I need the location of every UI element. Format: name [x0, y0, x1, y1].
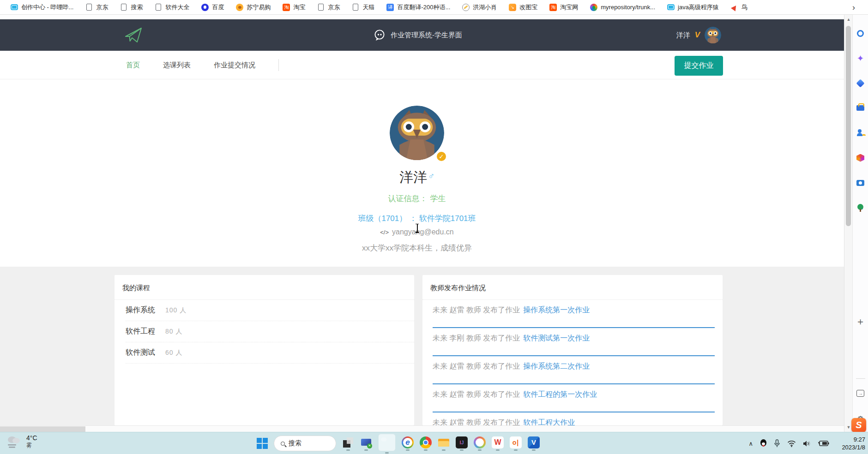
qq-icon[interactable] — [760, 439, 767, 448]
homework-row: 未来 赵雷 教师 发布了作业软件工程大作业 — [433, 412, 715, 425]
bookmark-myrepository[interactable]: myrepository/trunk... — [584, 1, 661, 14]
weather-widget[interactable]: 4°C 雾 — [6, 434, 37, 449]
bookmark-baidu[interactable]: 百度 — [195, 1, 230, 14]
taskbar-app-ie[interactable] — [402, 436, 414, 451]
bookmark-bird[interactable]: 鸟 — [725, 1, 753, 14]
bookmark-taobao[interactable]: 淘宝 — [277, 1, 311, 14]
sidebar-games-icon[interactable] — [856, 128, 865, 137]
scroll-up-icon[interactable]: ▲ — [844, 17, 853, 22]
course-row[interactable]: 软件测试 60 人 — [126, 342, 414, 364]
vertical-scrollbar-thumb[interactable] — [846, 26, 851, 226]
running-indicator — [385, 452, 389, 454]
bookmark-baidu-translate[interactable]: 百度翻译-200种语... — [380, 1, 456, 14]
search-icon — [281, 442, 285, 446]
class-line-link[interactable]: 班级（1701） ： 软件学院1701班 — [358, 213, 476, 224]
sidebar-capture-icon[interactable] — [856, 178, 865, 187]
horizontal-scrollbar-thumb[interactable] — [0, 426, 85, 432]
cert-value-link[interactable]: 学生 — [430, 194, 446, 203]
taobao-icon — [283, 4, 290, 11]
tab-course-list[interactable]: 选课列表 — [163, 61, 191, 70]
bookmark-gaitubao[interactable]: 改图宝 — [503, 1, 543, 14]
taskbar-app-terminal[interactable] — [342, 436, 354, 451]
horizontal-scrollbar[interactable] — [0, 425, 844, 432]
sidebar-add-icon[interactable]: ＋ — [856, 317, 865, 326]
header-username: 洋洋 — [676, 31, 690, 40]
taskbar-app-remote-pc[interactable] — [360, 436, 372, 451]
bookmarks-overflow-chevron-icon[interactable]: › — [852, 3, 855, 12]
course-row[interactable]: 操作系统 100 人 — [126, 300, 414, 321]
taskbar-app-visio[interactable] — [528, 436, 540, 451]
navicat-icon — [474, 436, 486, 448]
bookmark-software[interactable]: 软件大全 — [149, 1, 195, 14]
course-name: 软件测试 — [126, 348, 155, 358]
search-label: 搜索 — [289, 439, 301, 448]
speaker-icon[interactable] — [803, 440, 811, 447]
taskbar-app-explorer[interactable] — [438, 436, 450, 451]
taskbar-search[interactable]: 搜索 — [274, 436, 336, 451]
wifi-icon[interactable] — [787, 440, 796, 447]
running-indicator — [442, 449, 446, 451]
homework-link[interactable]: 软件工程大作业 — [523, 418, 575, 425]
taskbar-app-navicat[interactable] — [474, 436, 486, 451]
sidebar-shopping-icon[interactable] — [856, 78, 865, 88]
bookmark-tmall[interactable]: 天猫 — [346, 1, 380, 14]
tray-chevron-icon[interactable]: ∧ — [748, 440, 753, 447]
bookmark-bilibili[interactable]: 创作中心 - 哔哩哔... — [5, 1, 79, 14]
sidebar-open-panel-icon[interactable]: → — [856, 388, 865, 398]
homework-link[interactable]: 软件测试第一次作业 — [523, 334, 590, 342]
chrome-icon — [420, 436, 432, 448]
bookmark-honghu[interactable]: 洪湖小肖 — [456, 1, 503, 14]
course-name: 软件工程 — [126, 327, 155, 336]
course-row[interactable]: 软件工程 80 人 — [126, 321, 414, 342]
visio-icon — [528, 436, 540, 448]
bookmark-jd2[interactable]: 京东 — [311, 1, 346, 14]
taskbar-center: 搜索 — [257, 432, 540, 454]
homework-link[interactable]: 操作系统第二次作业 — [523, 362, 590, 370]
course-count: 80 人 — [165, 328, 182, 336]
cards-area: 我的课程 操作系统 100 人 软件工程 80 人 软件测试 60 人 教师发布… — [0, 267, 844, 425]
homework-link[interactable]: 操作系统第一次作业 — [523, 306, 590, 314]
bookmark-jd[interactable]: 京东 — [79, 1, 114, 14]
battery-icon[interactable] — [818, 440, 829, 447]
tab-homework-submission[interactable]: 作业提交情况 — [214, 61, 255, 70]
verified-badge-icon: ✓ — [436, 151, 447, 162]
profile-avatar[interactable] — [390, 106, 444, 160]
taskbar-app-wps[interactable] — [492, 436, 504, 451]
windows-start-icon[interactable] — [257, 438, 268, 449]
floating-s-widget[interactable]: S — [851, 418, 866, 432]
taskbar-app-intellij[interactable] — [456, 436, 468, 451]
file-icon — [156, 4, 161, 11]
submit-homework-button[interactable]: 提交作业 — [675, 56, 723, 76]
taskbar-clock[interactable]: 9:27 2023/1/8 — [842, 436, 865, 451]
svn-sphere-icon — [590, 4, 597, 11]
file-explorer-icon — [438, 436, 450, 448]
sidebar-tree-icon[interactable] — [856, 203, 865, 212]
paper-plane-logo-icon[interactable] — [124, 26, 143, 44]
bookmark-taobao-web[interactable]: 淘宝网 — [543, 1, 584, 14]
sidebar-search-icon[interactable] — [856, 29, 865, 38]
remote-pc-icon — [360, 436, 372, 448]
text-cursor — [415, 224, 420, 233]
homework-link[interactable]: 软件工程的第一次作业 — [523, 390, 597, 398]
sidebar-office-icon[interactable] — [856, 153, 865, 162]
vertical-scrollbar[interactable]: ▲ ▼ — [844, 15, 852, 432]
bookmarks-bar: 创作中心 - 哔哩哔... 京东 搜索 软件大全 百度 苏宁易购 淘宝 京东 天… — [0, 0, 868, 15]
bookmark-suning[interactable]: 苏宁易购 — [230, 1, 277, 14]
taskbar-app-chrome[interactable] — [420, 436, 432, 451]
sidebar-tools-icon[interactable] — [856, 103, 865, 113]
homework-prefix: 未来 赵雷 教师 发布了作业 — [433, 306, 520, 314]
taskbar-app-orange[interactable] — [510, 436, 522, 451]
microphone-icon[interactable] — [774, 439, 780, 448]
bookmark-java[interactable]: java高级程序猿 — [661, 1, 725, 14]
header-user[interactable]: 洋洋 V — [676, 19, 721, 51]
bookmark-search[interactable]: 搜索 — [114, 1, 149, 14]
web-page: 作业管理系统-学生界面 洋洋 V 首页 选课列表 作业提交情况 提交作业 — [0, 15, 844, 432]
sidebar-discover-icon[interactable]: ✦ — [856, 54, 865, 63]
email-text: yangyang@edu.cn — [392, 228, 454, 236]
running-indicator — [406, 449, 410, 451]
taskbar-app-edge[interactable] — [378, 434, 396, 454]
tab-home[interactable]: 首页 — [126, 61, 140, 70]
wps-icon — [492, 436, 504, 448]
header-avatar[interactable] — [705, 27, 721, 43]
sidebar-divider — [856, 378, 865, 379]
